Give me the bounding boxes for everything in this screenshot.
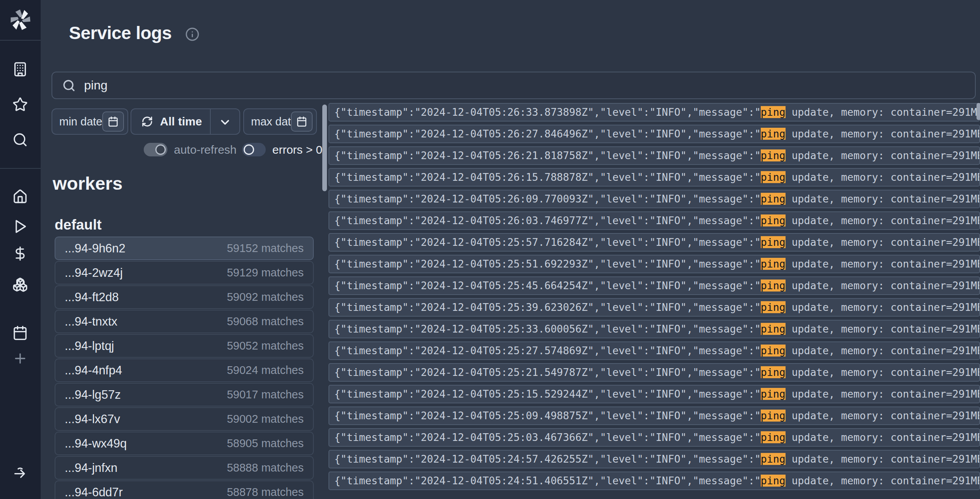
log-match-highlight: ping: [761, 236, 786, 248]
worker-list-item[interactable]: ...94-6dd7r 58878 matches: [55, 480, 314, 499]
worker-group-heading: default: [55, 217, 101, 233]
log-line[interactable]: {"timestamp":"2024-12-04T05:24:57.426255…: [328, 450, 980, 468]
worker-name: ...94-6dd7r: [65, 485, 123, 499]
log-line[interactable]: {"timestamp":"2024-12-04T05:26:27.846496…: [328, 125, 980, 143]
log-text-after-match: update, memory: container=291MB: [786, 345, 980, 357]
worker-match-count: 59017 matches: [227, 388, 304, 401]
log-line[interactable]: {"timestamp":"2024-12-04T05:25:27.574869…: [328, 341, 980, 360]
worker-list-item[interactable]: ...94-lptqj 59052 matches: [55, 334, 314, 358]
expand-sidebar-arrow-icon[interactable]: [12, 465, 28, 481]
log-text-before-match: {"timestamp":"2024-12-04T05:24:57.426255…: [334, 453, 761, 465]
log-panel-scrollbar-thumb[interactable]: [977, 103, 980, 120]
worker-list-item[interactable]: ...94-tnxtx 59068 matches: [55, 310, 314, 333]
worker-list-item[interactable]: ...94-4nfp4 59024 matches: [55, 358, 314, 382]
worker-match-count: 58878 matches: [227, 486, 304, 499]
log-line[interactable]: {"timestamp":"2024-12-04T05:26:09.770093…: [328, 190, 980, 208]
log-text-before-match: {"timestamp":"2024-12-04T05:26:03.746977…: [334, 214, 761, 226]
log-line[interactable]: {"timestamp":"2024-12-04T05:24:51.406551…: [328, 472, 980, 490]
left-panel-scrollbar-thumb[interactable]: [322, 105, 327, 191]
worker-list-item[interactable]: ...94-ft2d8 59092 matches: [55, 285, 314, 309]
log-line-list: {"timestamp":"2024-12-04T05:26:33.873898…: [328, 103, 980, 499]
log-search-input[interactable]: ping: [52, 72, 976, 99]
worker-name: ...94-lptqj: [65, 339, 114, 353]
info-icon[interactable]: [185, 27, 199, 41]
worker-list-item[interactable]: ...94-wx49q 58905 matches: [55, 432, 314, 455]
worker-list-item[interactable]: ...94-lg57z 59017 matches: [55, 383, 314, 406]
resources-boxes-icon[interactable]: [12, 277, 28, 292]
variables-dollar-icon[interactable]: [12, 246, 28, 261]
sidebar: [0, 0, 41, 499]
log-text-after-match: update, memory: container=291MB: [786, 106, 980, 118]
worker-match-count: 59129 matches: [227, 266, 304, 279]
worker-list-item[interactable]: ...94-lx67v 59002 matches: [55, 407, 314, 431]
refresh-icon: [141, 116, 153, 127]
log-text-before-match: {"timestamp":"2024-12-04T05:25:27.574869…: [334, 345, 761, 357]
errors-label: errors > 0: [272, 143, 322, 156]
log-match-highlight: ping: [761, 475, 786, 487]
sidebar-divider-middle: [0, 168, 41, 169]
favorites-star-icon[interactable]: [12, 97, 28, 112]
log-line[interactable]: {"timestamp":"2024-12-04T05:25:03.467366…: [328, 428, 980, 447]
home-icon[interactable]: [12, 189, 28, 204]
worker-list-item[interactable]: ...94-jnfxn 58888 matches: [55, 456, 314, 480]
add-plus-icon[interactable]: [12, 351, 28, 366]
log-text-after-match: update, memory: container=291MB: [786, 193, 980, 205]
errors-toggle-knob: [244, 144, 254, 155]
max-date-calendar-button[interactable]: [291, 111, 313, 132]
schedules-calendar-icon[interactable]: [12, 325, 28, 341]
windmill-logo[interactable]: [9, 9, 32, 31]
log-text-after-match: update, memory: container=291MB: [786, 280, 980, 292]
log-line[interactable]: {"timestamp":"2024-12-04T05:25:45.664254…: [328, 276, 980, 295]
log-text-before-match: {"timestamp":"2024-12-04T05:26:27.846496…: [334, 128, 761, 140]
worker-list-item[interactable]: ...94-2wz4j 59129 matches: [55, 261, 314, 285]
min-date-calendar-button[interactable]: [102, 111, 124, 132]
log-line[interactable]: {"timestamp":"2024-12-04T05:25:21.549787…: [328, 363, 980, 382]
log-match-highlight: ping: [761, 388, 786, 400]
log-match-highlight: ping: [761, 410, 786, 422]
log-match-highlight: ping: [761, 453, 786, 465]
log-line[interactable]: {"timestamp":"2024-12-04T05:25:51.692293…: [328, 255, 980, 273]
log-text-after-match: update, memory: container=291MB: [786, 149, 980, 161]
errors-toggle[interactable]: [242, 143, 266, 156]
workers-heading: workers: [53, 173, 122, 194]
min-date-field[interactable]: min date: [52, 108, 128, 135]
log-match-highlight: ping: [761, 345, 786, 357]
log-text-after-match: update, memory: container=291MB: [786, 323, 980, 335]
runs-play-icon[interactable]: [12, 219, 28, 234]
chevron-down-icon[interactable]: [218, 116, 232, 129]
worker-match-count: 58888 matches: [227, 461, 304, 474]
log-text-before-match: {"timestamp":"2024-12-04T05:25:03.467366…: [334, 431, 761, 443]
worker-name: ...94-lx67v: [65, 412, 120, 426]
worker-match-count: 59092 matches: [227, 291, 304, 304]
service-logs-page: Service logs ping min date All time max …: [0, 0, 980, 499]
page-title: Service logs: [69, 22, 172, 43]
workspace-buildings-icon[interactable]: [12, 62, 28, 77]
log-line[interactable]: {"timestamp":"2024-12-04T05:25:39.623026…: [328, 298, 980, 317]
log-text-after-match: update, memory: container=291MB: [786, 410, 980, 422]
log-line[interactable]: {"timestamp":"2024-12-04T05:26:15.788878…: [328, 168, 980, 187]
search-icon: [62, 79, 76, 92]
auto-refresh-toggle-knob: [155, 144, 166, 155]
log-line[interactable]: {"timestamp":"2024-12-04T05:26:33.873898…: [328, 103, 980, 122]
time-range-button[interactable]: All time: [131, 108, 240, 135]
log-match-highlight: ping: [761, 366, 786, 378]
time-range-label: All time: [160, 115, 202, 128]
log-line[interactable]: {"timestamp":"2024-12-04T05:25:15.529244…: [328, 385, 980, 403]
worker-name: ...94-2wz4j: [65, 266, 123, 280]
log-text-before-match: {"timestamp":"2024-12-04T05:25:51.692293…: [334, 258, 761, 270]
worker-match-count: 59024 matches: [227, 364, 304, 377]
auto-refresh-toggle[interactable]: [144, 143, 167, 156]
log-line[interactable]: {"timestamp":"2024-12-04T05:25:57.716284…: [328, 233, 980, 252]
worker-name: ...94-tnxtx: [65, 315, 117, 329]
auto-refresh-label: auto-refresh: [174, 143, 237, 156]
search-nav-icon[interactable]: [12, 132, 28, 147]
log-match-highlight: ping: [761, 149, 786, 161]
worker-list-item[interactable]: ...94-9h6n2 59152 matches: [55, 237, 314, 260]
log-match-highlight: ping: [761, 323, 786, 335]
log-line[interactable]: {"timestamp":"2024-12-04T05:26:03.746977…: [328, 211, 980, 230]
log-text-after-match: update, memory: container=291MB: [786, 366, 980, 378]
max-date-field[interactable]: max date: [243, 108, 317, 135]
log-line[interactable]: {"timestamp":"2024-12-04T05:25:33.600056…: [328, 320, 980, 338]
log-line[interactable]: {"timestamp":"2024-12-04T05:26:21.818758…: [328, 146, 980, 165]
log-line[interactable]: {"timestamp":"2024-12-04T05:25:09.498875…: [328, 406, 980, 425]
